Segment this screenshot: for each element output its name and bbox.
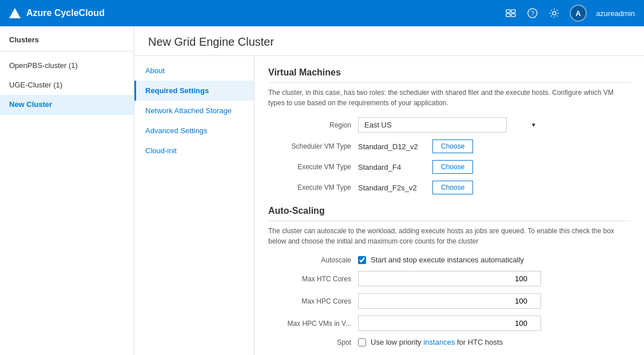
scheduler-vm-control: Standard_D12_v2 Choose (358, 139, 541, 153)
autoscale-checkbox[interactable] (358, 256, 366, 264)
help-icon[interactable]: ? (526, 7, 539, 19)
max-hpc-vms-label: Max HPC VMs in V... (268, 320, 351, 328)
svg-rect-0 (506, 10, 510, 13)
max-hpc-input[interactable] (358, 293, 541, 309)
subnav-advanced-settings[interactable]: Advanced Settings (134, 121, 254, 141)
scheduler-choose-button[interactable]: Choose (432, 139, 473, 153)
vm-section-desc: The cluster, in this case, has two roles… (268, 87, 630, 108)
sidebar-item-newcluster[interactable]: New Cluster (0, 95, 134, 114)
autoscale-control: Start and stop execute instances automat… (358, 256, 541, 264)
sidebar-item-openpbs[interactable]: OpenPBS-cluster (1) (0, 56, 134, 75)
spot-control: Use low priority instances for HTC hosts (358, 338, 541, 346)
execute-vm-value-1: Standard_F4 (358, 163, 427, 171)
execute-vm-value-btn-2: Standard_F2s_v2 Choose (358, 181, 541, 194)
execute-vm-value-btn-1: Standard_F4 Choose (358, 160, 541, 174)
spot-text: Use low priority instances for HTC hosts (371, 338, 503, 346)
autoscale-row: Autoscale Start and stop execute instanc… (268, 256, 630, 264)
logo-triangle (9, 8, 21, 18)
autoscaling-section-desc: The cluster can autoscale to the workloa… (268, 226, 630, 246)
max-hpc-vms-control (358, 316, 541, 331)
page-header: New Grid Engine Cluster (134, 26, 644, 56)
subnav-cloud-init[interactable]: Cloud-init (134, 141, 254, 161)
vm-section-title: Virtual Machines (268, 67, 630, 83)
autoscale-checkbox-label: Start and stop execute instances automat… (371, 256, 524, 264)
spot-label: Spot (268, 338, 351, 346)
inner-layout: About Required Settings Network Attached… (134, 56, 644, 355)
autoscale-label: Autoscale (268, 256, 351, 264)
autoscale-checkbox-row: Start and stop execute instances automat… (358, 256, 541, 264)
scheduler-vm-value: Standard_D12_v2 (358, 142, 427, 151)
region-row: Region East US West US West Europe East … (268, 117, 630, 133)
region-select-wrap: East US West US West Europe East Asia ▼ (358, 117, 541, 133)
content-area: New Grid Engine Cluster About Required S… (134, 26, 644, 355)
execute-vm-label-2: Execute VM Type (268, 184, 351, 192)
avatar[interactable]: A (570, 5, 587, 22)
svg-point-6 (552, 11, 556, 15)
region-select-arrow: ▼ (531, 122, 536, 128)
execute-choose-button-1[interactable]: Choose (432, 160, 473, 174)
execute-vm-control-1: Standard_F4 Choose (358, 160, 541, 174)
autoscaling-section: Auto-Scaling The cluster can autoscale t… (268, 206, 630, 346)
scheduler-vm-label: Scheduler VM Type (268, 142, 351, 150)
settings-icon[interactable] (548, 7, 560, 19)
topbar: Azure CycleCloud ? A azureadmin (0, 0, 644, 26)
svg-text:?: ? (531, 10, 534, 17)
max-hpc-vms-input[interactable] (358, 316, 541, 331)
max-hpc-row: Max HPC Cores (268, 293, 630, 309)
page-title: New Grid Engine Cluster (148, 35, 630, 49)
execute-choose-button-2[interactable]: Choose (432, 181, 473, 194)
app-logo: Azure CycleCloud (9, 8, 499, 18)
scheduler-vm-row: Scheduler VM Type Standard_D12_v2 Choose (268, 139, 630, 153)
spot-checkbox[interactable] (358, 338, 366, 346)
connect-icon[interactable] (504, 7, 517, 19)
scheduler-vm-value-btn: Standard_D12_v2 Choose (358, 139, 541, 153)
sidebar-item-uge[interactable]: UGE-Cluster (1) (0, 75, 134, 95)
max-htc-row: Max HTC Cores (268, 271, 630, 286)
spot-text-suffix: for HTC hosts (455, 338, 503, 346)
region-control: East US West US West Europe East Asia ▼ (358, 117, 541, 133)
subnav-required-settings[interactable]: Required Settings (134, 81, 254, 101)
max-hpc-label: Max HPC Cores (268, 297, 351, 305)
max-htc-label: Max HTC Cores (268, 275, 351, 283)
spot-checkbox-row: Use low priority instances for HTC hosts (358, 338, 541, 346)
svg-rect-2 (506, 14, 510, 17)
svg-rect-3 (511, 14, 515, 17)
execute-vm-value-2: Standard_F2s_v2 (358, 184, 427, 192)
layout: Clusters OpenPBS-cluster (1) UGE-Cluster… (0, 26, 644, 355)
max-hpc-vms-row: Max HPC VMs in V... (268, 316, 630, 331)
execute-vm-control-2: Standard_F2s_v2 Choose (358, 181, 541, 194)
subnav-nas[interactable]: Network Attached Storage (134, 101, 254, 121)
max-htc-control (358, 271, 541, 286)
user-name: azureadmin (596, 9, 635, 18)
region-select[interactable]: East US West US West Europe East Asia (358, 117, 507, 133)
execute-vm-label-1: Execute VM Type (268, 163, 351, 171)
region-label: Region (268, 121, 351, 129)
sidebar-title: Clusters (0, 35, 134, 51)
app-title: Azure CycleCloud (26, 8, 105, 18)
topbar-icons: ? A azureadmin (504, 5, 635, 22)
svg-rect-1 (511, 10, 515, 13)
sidebar: Clusters OpenPBS-cluster (1) UGE-Cluster… (0, 26, 134, 355)
spot-text-prefix: Use low priority (371, 338, 423, 346)
subnav-about[interactable]: About (134, 61, 254, 81)
spot-text-highlight: instances (423, 338, 455, 346)
autoscaling-section-title: Auto-Scaling (268, 206, 630, 221)
max-hpc-control (358, 293, 541, 309)
spot-row: Spot Use low priority instances for HTC … (268, 338, 630, 346)
execute-vm-row-2: Execute VM Type Standard_F2s_v2 Choose (268, 181, 630, 194)
subnav: About Required Settings Network Attached… (134, 56, 255, 355)
execute-vm-row-1: Execute VM Type Standard_F4 Choose (268, 160, 630, 174)
main-panel: Virtual Machines The cluster, in this ca… (255, 56, 644, 355)
max-htc-input[interactable] (358, 271, 541, 286)
